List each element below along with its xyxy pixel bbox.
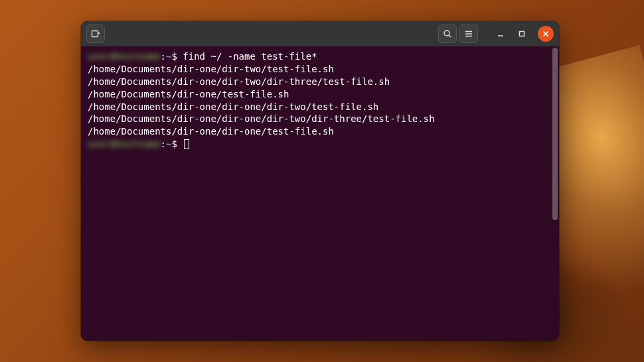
terminal-body[interactable]: user@hostname:~$ find ~/ -name test-file… xyxy=(81,46,559,341)
svg-rect-9 xyxy=(520,32,524,36)
prompt-symbol: $ xyxy=(171,51,177,62)
maximize-button[interactable] xyxy=(513,25,531,43)
prompt-separator: : xyxy=(161,139,166,149)
svg-point-3 xyxy=(444,30,449,36)
prompt-separator: : xyxy=(161,51,166,62)
prompt-line: user@hostname:~$ xyxy=(88,138,550,151)
prompt-symbol: $ xyxy=(171,139,177,149)
prompt-user: user@hostname xyxy=(88,51,161,62)
close-button[interactable] xyxy=(538,26,554,42)
cursor xyxy=(184,139,189,149)
close-icon xyxy=(542,30,549,37)
new-tab-icon xyxy=(91,29,100,38)
search-icon xyxy=(443,29,452,38)
search-button[interactable] xyxy=(438,25,457,43)
svg-line-4 xyxy=(449,35,451,37)
prompt-user: user@hostname xyxy=(88,139,161,149)
minimize-button[interactable] xyxy=(491,25,510,43)
output-line: /home/Documents/dir-one/dir-one/dir-two/… xyxy=(88,101,550,113)
titlebar[interactable] xyxy=(81,21,559,46)
output-line: /home/Documents/dir-one/dir-one/test-fil… xyxy=(88,125,550,138)
output-line: /home/Documents/dir-one/test-file.sh xyxy=(88,88,550,101)
output-line: /home/Documents/dir-one/dir-two/dir-thre… xyxy=(88,76,550,88)
hamburger-menu-icon xyxy=(464,29,473,38)
scrollbar[interactable] xyxy=(552,48,558,220)
menu-button[interactable] xyxy=(459,25,478,43)
output-line: /home/Documents/dir-one/dir-one/dir-two/… xyxy=(88,113,550,125)
maximize-icon xyxy=(518,30,526,38)
terminal-window: user@hostname:~$ find ~/ -name test-file… xyxy=(81,21,559,341)
minimize-icon xyxy=(497,30,505,38)
command-text: find ~/ -name test-file* xyxy=(183,51,317,62)
svg-rect-0 xyxy=(92,31,98,37)
output-line: /home/Documents/dir-one/dir-two/test-fil… xyxy=(88,63,550,76)
new-tab-button[interactable] xyxy=(86,25,105,43)
prompt-line: user@hostname:~$ find ~/ -name test-file… xyxy=(88,50,550,63)
